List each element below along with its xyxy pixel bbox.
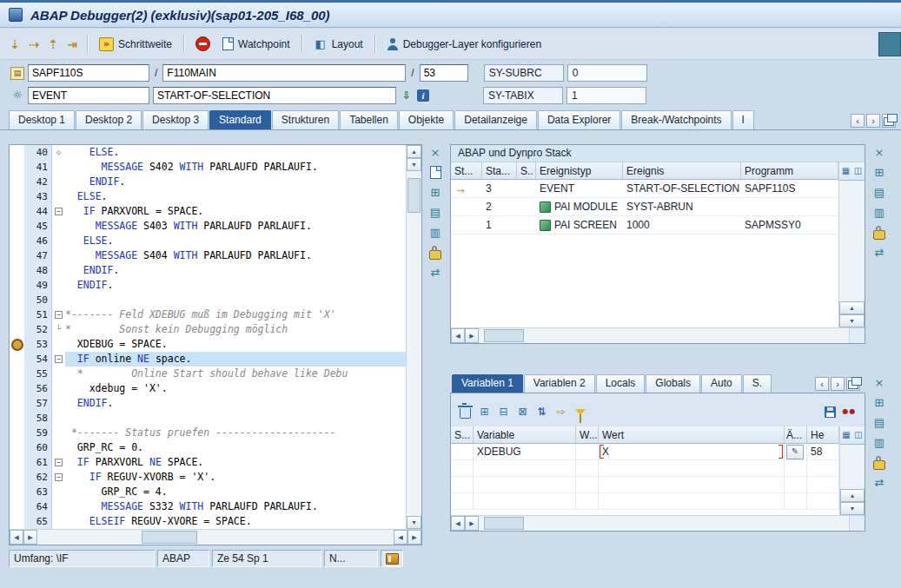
new-session-button[interactable] (882, 114, 896, 128)
tabs-scroll-left-button[interactable]: ‹ (851, 114, 865, 128)
info-icon[interactable]: i (417, 89, 429, 102)
current-statement-line[interactable]: IF online NE space. (65, 352, 406, 367)
save-button[interactable] (821, 403, 839, 420)
editor-grid-icon[interactable]: ⊞ (427, 184, 444, 201)
layout-button[interactable]: ◧ Layout (308, 35, 369, 54)
tabs-scroll-right-button[interactable]: › (866, 114, 880, 128)
event-name-field[interactable] (153, 87, 396, 104)
delete-button[interactable] (456, 403, 474, 420)
breakpoint-margin[interactable] (10, 352, 24, 367)
vars-hscroll-thumb[interactable] (484, 517, 524, 530)
vars-tab-auto[interactable]: Auto (701, 374, 742, 393)
breakpoint-margin[interactable] (10, 411, 24, 426)
stack-rows-icon[interactable]: ▤ (871, 184, 888, 201)
code-text[interactable]: xdebug = 'X'. (65, 381, 406, 396)
tab-desktop-2[interactable]: Desktop 2 (76, 110, 142, 129)
code-text[interactable] (65, 411, 406, 426)
stack-table-views-icon[interactable]: ◫ (852, 165, 864, 177)
breakpoint-margin[interactable] (10, 470, 24, 485)
code-text[interactable]: ELSEIF REGUV-XVORE = SPACE. (65, 514, 406, 529)
code-text[interactable]: * Sonst kein Debugging möglich (65, 322, 406, 337)
vars-tab-variablen-1[interactable]: Variablen 1 (452, 374, 523, 393)
code-text[interactable]: GRP_RC = 4. (65, 485, 406, 499)
tab-standard[interactable]: Standard (209, 110, 271, 129)
editor-scroll-left-button[interactable]: ◀ (10, 530, 23, 545)
tab-detailanzeige[interactable]: Detailanzeige (454, 110, 537, 129)
breakpoint-margin[interactable] (10, 485, 24, 499)
debugger-layer-button[interactable]: Debugger-Layer konfigurieren (381, 36, 547, 53)
stack-scroll-right-button[interactable]: ▶ (465, 328, 479, 343)
vars-tab-globals[interactable]: Globals (646, 374, 700, 393)
tab-objekte[interactable]: Objekte (399, 110, 454, 129)
editor-scroll-right-button[interactable]: ▶ (23, 530, 37, 545)
delete-line-button[interactable]: ⊟ (494, 403, 513, 420)
stack-row[interactable]: 2PAI MODULESYST-ABRUN (451, 198, 838, 216)
fold-collapse-icon[interactable]: − (55, 459, 63, 466)
editor-columns-icon[interactable]: ▥ (427, 224, 444, 241)
vars-scroll-right-button[interactable]: ▶ (465, 516, 479, 531)
breakpoint-margin[interactable] (10, 499, 24, 514)
step-into-button[interactable]: ⇣ (5, 35, 24, 54)
step-over-button[interactable]: ⇢ (24, 35, 43, 54)
code-text[interactable]: *------- Feld XDEBUG muß im Debugging mi… (65, 307, 406, 322)
breakpoint-margin[interactable] (10, 293, 24, 307)
breakpoint-margin[interactable] (10, 367, 24, 381)
editor-close-icon[interactable]: × (427, 144, 444, 161)
stack-close-icon[interactable]: × (871, 144, 888, 161)
code-text[interactable]: ENDIF. (65, 263, 406, 278)
stack-scroll-down-button[interactable]: ▼ (839, 314, 865, 327)
event-kind-field[interactable] (28, 87, 149, 104)
tab-data-explorer[interactable]: Data Explorer (538, 110, 620, 129)
schrittweite-button[interactable]: » Schrittweite (93, 35, 178, 54)
sort-button[interactable]: ⇅ (533, 403, 551, 420)
code-text[interactable]: * Online Start should behave like Debu (65, 367, 406, 381)
breakpoint-margin[interactable] (10, 234, 24, 248)
editor-scroll-up-button[interactable]: ▲ (407, 145, 421, 158)
tab-break-watchpoints[interactable]: Break-/Watchpoints (621, 110, 731, 129)
fold-collapse-icon[interactable]: − (55, 473, 63, 481)
continue-button[interactable]: ⇥ (63, 35, 82, 54)
editor-scroll-right-button[interactable]: ▶ (407, 530, 421, 545)
breakpoint-margin[interactable] (10, 278, 24, 293)
vars-rows-icon[interactable]: ▤ (871, 414, 888, 431)
transfer-button[interactable]: ⇨ (552, 403, 570, 420)
code-text[interactable]: ELSE. (65, 234, 406, 248)
goto-statement-icon[interactable]: ⇩ (400, 89, 414, 102)
code-text[interactable]: IF PARXVORL = SPACE. (65, 204, 406, 219)
code-text[interactable]: ELSE. (65, 189, 406, 204)
breakpoint-margin[interactable] (10, 175, 24, 189)
stack-row[interactable]: →3EVENTSTART-OF-SELECTIONSAPF110S (451, 180, 838, 198)
breakpoint-margin[interactable] (10, 189, 24, 204)
stack-scroll-up-button[interactable]: ▲ (839, 301, 865, 314)
code-text[interactable]: IF PARXVORL NE SPACE. (65, 455, 406, 470)
tab-i[interactable]: I (732, 110, 754, 129)
breakpoint-margin[interactable] (10, 204, 24, 219)
editor-scroll-down-button[interactable]: ▼ (407, 516, 421, 529)
code-text[interactable]: ENDIF. (65, 278, 406, 293)
tab-desktop-3[interactable]: Desktop 3 (142, 110, 209, 129)
stack-row[interactable]: 1PAI SCREEN1000SAPMSSY0 (451, 216, 838, 235)
vars-new-session-button[interactable] (846, 377, 860, 391)
code-text[interactable]: MESSAGE S402 WITH PARLAUFD PARLAUFI. (65, 160, 406, 175)
code-text[interactable]: MESSAGE S332 WITH PARLAUFD PARLAUFI. (65, 499, 406, 514)
include-field[interactable] (162, 64, 406, 82)
vars-tab-variablen-2[interactable]: Variablen 2 (524, 374, 595, 393)
editor-scroll-left-button[interactable]: ◀ (394, 530, 407, 545)
editor-scroll-down-button[interactable]: ▼ (407, 158, 421, 171)
tab-tabellen[interactable]: Tabellen (340, 110, 398, 129)
breakpoint-margin[interactable] (10, 426, 24, 440)
vars-table-settings-icon[interactable]: ▦ (841, 429, 852, 441)
breakpoint-margin[interactable] (10, 381, 24, 396)
stack-swap-icon[interactable]: ⇄ (871, 244, 888, 261)
code-text[interactable]: IF REGUV-XVORB = 'X'. (65, 470, 406, 485)
variable-row[interactable]: XDEBUGX✎58 (451, 444, 839, 460)
vars-close-icon[interactable]: × (871, 374, 888, 391)
line-number-field[interactable] (420, 64, 468, 82)
editor-detach-icon[interactable] (427, 164, 444, 181)
breakpoint-margin[interactable] (10, 307, 24, 322)
vars-tabs-scroll-left-button[interactable]: ‹ (815, 377, 829, 391)
vars-tabs-scroll-right-button[interactable]: › (831, 377, 845, 391)
vars-scroll-left-button[interactable]: ◀ (451, 516, 465, 531)
fold-collapse-icon[interactable]: − (55, 208, 63, 215)
breakpoint-margin[interactable] (10, 219, 24, 234)
